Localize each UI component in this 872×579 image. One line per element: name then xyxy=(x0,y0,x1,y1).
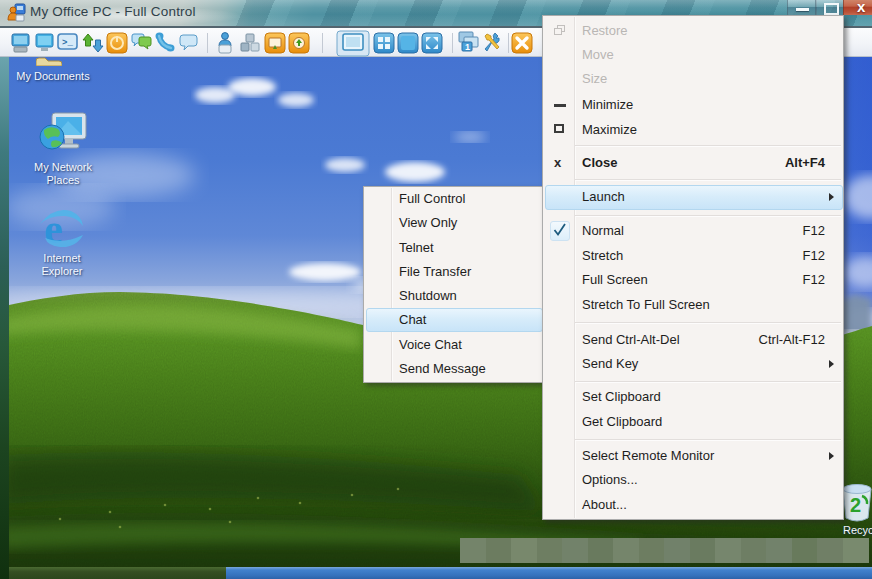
svg-text:>_: >_ xyxy=(62,38,73,48)
svg-text:1: 1 xyxy=(465,42,470,52)
svg-text:2: 2 xyxy=(850,494,861,516)
